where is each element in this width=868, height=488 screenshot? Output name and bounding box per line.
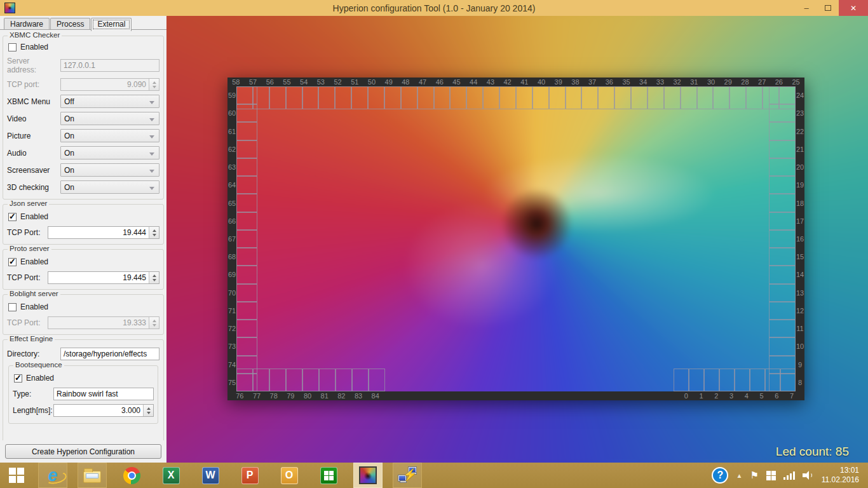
proto-tcp-port-spinner[interactable]: 19.445	[48, 271, 159, 284]
screensaver-label: Screensaver	[7, 166, 60, 175]
led-number: 50	[363, 78, 381, 86]
server-address-input[interactable]: 127.0.0.1	[60, 59, 159, 72]
xbmc-tcp-port-label: TCP port:	[7, 80, 60, 89]
tab-external[interactable]: External	[91, 18, 132, 31]
xbmc-menu-select[interactable]: Off	[60, 95, 159, 108]
led-cell	[286, 369, 302, 391]
3d-checking-select[interactable]: On	[60, 180, 159, 194]
led-cell	[351, 86, 368, 109]
taskbar-chrome[interactable]	[117, 463, 146, 488]
clock[interactable]: 13:01 11.02.2016	[822, 466, 862, 485]
help-icon[interactable]: ?	[712, 467, 728, 484]
led-cell	[713, 86, 729, 109]
length-spinner[interactable]: 3.000	[53, 404, 154, 417]
taskbar-hyperion[interactable]	[353, 463, 383, 488]
spin-down-icon	[153, 234, 156, 236]
taskbar-outlook[interactable]: O	[275, 463, 304, 488]
tab-process[interactable]: Process	[50, 18, 90, 29]
excel-icon: X	[163, 467, 180, 484]
json-enabled-checkbox[interactable]	[8, 213, 17, 221]
led-number: 15	[796, 248, 804, 266]
spinner-buttons[interactable]	[149, 272, 159, 283]
tab-hardware[interactable]: Hardware	[4, 18, 50, 29]
volume-icon[interactable]	[803, 470, 814, 480]
audio-select[interactable]: On	[60, 146, 159, 159]
led-number: 21	[796, 140, 804, 158]
preview-area: 5857565554535251504948474645444342414039…	[166, 16, 868, 463]
led-number: 43	[482, 78, 499, 86]
video-select[interactable]: On	[60, 112, 159, 125]
led-number: 80	[299, 391, 316, 400]
led-cell	[236, 337, 257, 355]
taskbar-word[interactable]: W	[196, 463, 225, 488]
proto-tcp-port-label: TCP Port:	[7, 273, 48, 282]
spin-up-icon	[153, 320, 156, 322]
json-tcp-port-spinner[interactable]: 19.444	[48, 226, 159, 239]
taskbar-windows-store[interactable]	[314, 463, 343, 488]
led-number: 32	[668, 78, 686, 86]
led-numbers-left: 5960616263646566676869707172737475	[227, 86, 236, 391]
led-cell	[236, 176, 257, 194]
taskbar-file-explorer[interactable]	[78, 463, 107, 488]
windows-tray-icon[interactable]	[766, 471, 776, 480]
led-number: 66	[227, 212, 236, 230]
boblight-enabled-checkbox[interactable]	[8, 303, 17, 311]
xbmc-menu-label: XBMC Menu	[7, 97, 60, 106]
window-title: Hyperion configuration Tool (1.0 - Janua…	[0, 3, 868, 13]
picture-label: Picture	[7, 132, 60, 140]
led-cell	[319, 369, 336, 391]
spinner-buttons[interactable]	[143, 405, 153, 416]
led-cell	[516, 86, 532, 109]
taskbar-remote-connection[interactable]: ⚡	[393, 463, 422, 488]
restore-button[interactable]	[817, 0, 839, 16]
close-button[interactable]: ✕	[839, 0, 868, 16]
led-cell	[704, 369, 719, 391]
taskbar-powerpoint[interactable]: P	[235, 463, 264, 488]
led-number: 35	[618, 78, 635, 86]
proto-enabled-checkbox[interactable]	[8, 258, 17, 266]
led-cell	[769, 158, 796, 176]
led-cell	[236, 230, 257, 248]
screensaver-select[interactable]: On	[60, 163, 159, 177]
led-number: 11	[796, 320, 804, 337]
type-input[interactable]: Rainbow swirl fast	[53, 388, 154, 400]
start-button[interactable]	[0, 463, 33, 488]
network-signal-icon[interactable]	[783, 471, 795, 480]
audio-label: Audio	[7, 149, 60, 158]
led-number: 9	[796, 356, 804, 374]
led-number: 74	[227, 356, 236, 374]
led-cell	[674, 369, 689, 391]
picture-select[interactable]: On	[60, 129, 159, 142]
create-configuration-button[interactable]: Create Hyperion Configuration	[5, 444, 161, 459]
spinner-buttons[interactable]	[149, 317, 159, 329]
led-cell	[269, 369, 286, 391]
directory-input[interactable]: /storage/hyperion/effects	[60, 348, 159, 360]
taskbar-excel[interactable]: X	[156, 463, 186, 488]
spinner-buttons[interactable]	[149, 227, 159, 238]
led-cell	[384, 86, 401, 109]
xbmc-tcp-port-spinner[interactable]: 9.090	[60, 78, 159, 91]
led-number: 49	[380, 78, 397, 86]
bootsequence-enabled-checkbox[interactable]	[14, 374, 22, 383]
led-cell	[499, 86, 516, 109]
led-cell	[765, 369, 780, 391]
led-cell	[352, 369, 369, 391]
chevron-down-icon	[149, 152, 154, 156]
led-cell	[719, 369, 735, 391]
minimize-button[interactable]: –	[796, 0, 817, 16]
xbmc-enabled-checkbox[interactable]	[8, 43, 17, 51]
led-number: 57	[245, 78, 262, 86]
taskbar-internet-explorer[interactable]: e	[38, 463, 67, 488]
show-hidden-icons-chevron[interactable]: ▲	[736, 472, 742, 479]
screen: Hyperion configuration Tool (1.0 - Janua…	[0, 0, 868, 488]
led-cells-bottom-right	[674, 369, 796, 391]
boblight-server-group: Boblight server Enabled TCP Port: 19.333	[3, 294, 164, 335]
spinner-buttons[interactable]	[149, 79, 159, 90]
action-center-flag-icon[interactable]: ⚑	[750, 470, 758, 481]
led-cell	[450, 86, 466, 109]
tab-bar: Hardware Process External	[0, 16, 166, 30]
boblight-tcp-port-spinner[interactable]: 19.333	[48, 316, 159, 329]
xbmc-checker-group: XBMC Checker Enabled Server address: 127…	[3, 36, 164, 200]
boblight-tcp-port-value: 19.333	[123, 318, 146, 327]
spin-up-icon	[147, 407, 151, 410]
